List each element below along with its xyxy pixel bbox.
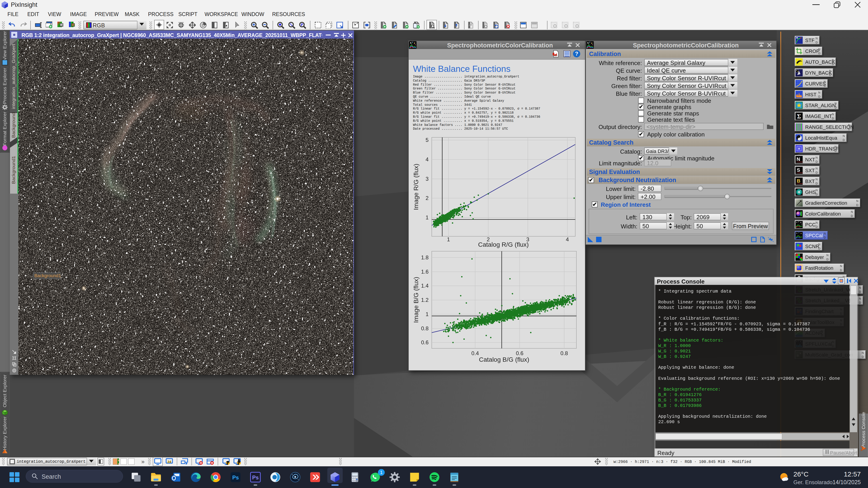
svg-text:0.4: 0.4 (471, 350, 479, 356)
svg-text:0.8: 0.8 (560, 350, 568, 356)
svg-text:0.6: 0.6 (516, 350, 523, 356)
svg-text:0.8: 0.8 (421, 325, 429, 331)
svg-text:4: 4 (426, 156, 429, 162)
svg-text:24: 24 (167, 460, 171, 464)
svg-text:XTERMINATOR: XTERMINATOR (797, 161, 803, 163)
svg-text:1: 1 (426, 215, 429, 221)
svg-text:5: 5 (426, 137, 429, 143)
svg-text:Ps: Ps (252, 475, 258, 481)
svg-text:2: 2 (426, 195, 429, 201)
svg-text:1.8: 1.8 (421, 254, 429, 260)
svg-text:1: 1 (447, 236, 450, 242)
svg-text:4: 4 (566, 236, 569, 242)
svg-text:Image B/G (flux): Image B/G (flux) (412, 277, 420, 323)
svg-text:Catalog R/G (flux): Catalog R/G (flux) (478, 241, 529, 248)
svg-text:1.6: 1.6 (421, 269, 429, 275)
svg-text:Catalog B/G (flux): Catalog B/G (flux) (479, 356, 529, 363)
svg-text:3: 3 (426, 176, 429, 182)
svg-text:Ps: Ps (232, 475, 239, 481)
svg-text:Σ: Σ (797, 113, 801, 120)
svg-text:XTERMINATOR: XTERMINATOR (797, 172, 803, 173)
svg-text:XTERMINATOR: XTERMINATOR (797, 183, 803, 184)
svg-text:0.6: 0.6 (421, 339, 429, 346)
svg-text:1.4: 1.4 (421, 283, 429, 289)
svg-text:Image R/G (flux): Image R/G (flux) (412, 164, 420, 210)
svg-text:1.2: 1.2 (421, 297, 429, 303)
svg-text:1: 1 (426, 311, 429, 317)
